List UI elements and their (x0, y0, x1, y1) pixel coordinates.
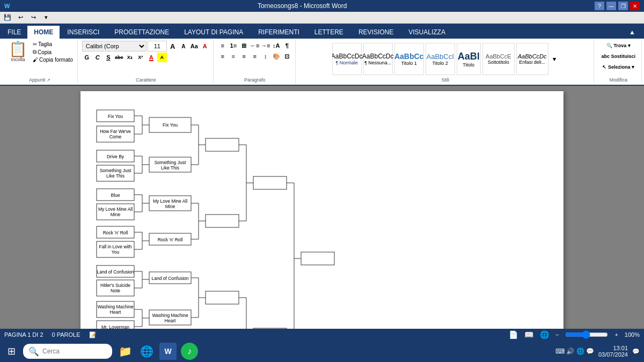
tab-progettazione[interactable]: PROGETTAZIONE (107, 26, 177, 39)
customize-qt-button[interactable]: ▾ (41, 13, 52, 23)
shading-button[interactable]: 🎨 (272, 51, 281, 61)
tab-riferimenti[interactable]: RIFERIMENTI (251, 26, 307, 39)
help-button[interactable]: ? (595, 2, 604, 10)
zoom-in-button[interactable]: + (614, 331, 618, 338)
clear-format-button[interactable]: A (200, 41, 210, 51)
svg-text:Like This: Like This (106, 173, 125, 179)
view-web-icon[interactable]: 🌐 (540, 330, 549, 339)
spotify-icon[interactable]: ♪ (181, 343, 198, 360)
clock-time: 13:01 (598, 345, 628, 351)
taskbar-search-input[interactable] (42, 348, 107, 355)
svg-text:Washing Machine: Washing Machine (152, 313, 188, 318)
font-color-button[interactable]: A (147, 53, 156, 62)
clipboard-group: 📋 Incolla ✂Taglia ⧉Copia 🖌Copia formato … (2, 40, 78, 84)
cut-button[interactable]: ✂Taglia (32, 41, 74, 48)
subscript-button[interactable]: X₂ (125, 53, 135, 62)
redo-button[interactable]: ↪ (28, 13, 39, 23)
font-size-input[interactable] (148, 41, 167, 51)
style-sottotitolo[interactable]: AaBbCcE Sottotitolo (482, 43, 515, 75)
style-titolo[interactable]: AaBl Titolo (457, 43, 481, 75)
tab-home[interactable]: HOME (27, 26, 60, 39)
superscript-button[interactable]: X² (136, 53, 145, 62)
svg-rect-125 (301, 252, 334, 265)
taskbar-search[interactable]: 🔍 (23, 344, 112, 359)
format-painter-button[interactable]: 🖌Copia formato (32, 56, 74, 63)
copy-button[interactable]: ⧉Copia (32, 48, 74, 56)
replace-button[interactable]: abc Sostituisci (598, 51, 638, 61)
font-grow-button[interactable]: A (168, 41, 178, 51)
svg-text:Heart: Heart (165, 318, 176, 323)
minimize-button[interactable]: — (606, 2, 616, 10)
line-spacing-button[interactable]: ↕ (261, 51, 270, 61)
ribbon: 📋 Incolla ✂Taglia ⧉Copia 🖌Copia formato … (0, 39, 644, 86)
tab-file[interactable]: FILE (1, 26, 27, 39)
word-icon: W (4, 3, 10, 9)
align-left-button[interactable]: ≡ (218, 51, 228, 61)
svg-text:Mine: Mine (165, 204, 175, 209)
underline-button[interactable]: S (104, 53, 113, 62)
bold-button[interactable]: G (82, 53, 92, 62)
align-center-button[interactable]: ≡ (229, 51, 238, 61)
svg-text:Rock 'n' Roll: Rock 'n' Roll (158, 237, 183, 242)
document-page[interactable]: Fix You How Far We've Come Drive By Some… (80, 91, 564, 329)
style-nessuna[interactable]: AaBbCcDc ¶ Nessuna... (363, 43, 393, 75)
paragraph-group: ≡ 1≡ ⊞ ←≡ →≡ ↕A ¶ ≡ ≡ ≡ ≡ ↕ 🎨 ⊡ Paragraf… (215, 40, 296, 84)
view-normal-icon[interactable]: 📄 (509, 330, 518, 339)
zoom-out-button[interactable]: − (555, 331, 559, 338)
indent-increase-button[interactable]: →≡ (261, 41, 270, 50)
clock-date: 03/07/2024 (598, 351, 628, 358)
save-quick-button[interactable]: 💾 (2, 13, 13, 23)
word-taskbar-icon[interactable]: W (159, 343, 177, 360)
tab-visualizza[interactable]: VISUALIZZA (401, 26, 453, 39)
view-reading-icon[interactable]: 📖 (524, 330, 533, 339)
multilevel-button[interactable]: ⊞ (239, 41, 249, 50)
styles-scroll-down[interactable]: ▾ (550, 43, 559, 75)
italic-button[interactable]: C (93, 53, 103, 62)
tab-inserisci[interactable]: INSERISCI (60, 26, 107, 39)
borders-button[interactable]: ⊡ (282, 51, 292, 61)
file-explorer-icon[interactable]: 📁 (116, 343, 134, 360)
proofing-icon[interactable]: 📝 (89, 331, 97, 338)
close-button[interactable]: ✕ (630, 2, 640, 10)
chrome-icon[interactable]: 🌐 (138, 343, 155, 360)
svg-text:Land of Confusion: Land of Confusion (152, 276, 189, 281)
style-titolo2[interactable]: AaBbCcI Titolo 2 (426, 43, 455, 75)
select-button[interactable]: ↖ Seleziona ▾ (599, 62, 637, 72)
font-shrink-button[interactable]: A (179, 41, 188, 51)
zoom-level: 100% (625, 331, 640, 338)
quick-access-toolbar: 💾 ↩ ↪ ▾ (0, 12, 644, 24)
style-normale[interactable]: AaBbCcDc ¶ Normale (332, 43, 362, 75)
font-family-select[interactable]: Calibri (Corp (82, 41, 147, 51)
strikethrough-button[interactable]: abc (114, 53, 124, 62)
taskbar: ⊞ 🔍 📁 🌐 W ♪ ⌨ 🔊 🌐 💬 13:01 03/07/2024 💬 (0, 341, 644, 362)
zoom-slider[interactable] (565, 330, 608, 339)
sort-button[interactable]: ↕A (272, 41, 281, 50)
start-button[interactable]: ⊞ (4, 345, 19, 357)
paste-button[interactable]: 📋 Incolla (5, 41, 31, 77)
tab-layout[interactable]: LAYOUT DI PAGINA (177, 26, 251, 39)
tray-icons: ⌨ 🔊 🌐 💬 (555, 348, 594, 355)
align-right-button[interactable]: ≡ (239, 51, 249, 61)
svg-text:Mine: Mine (111, 212, 121, 217)
indent-decrease-button[interactable]: ←≡ (250, 41, 260, 50)
undo-button[interactable]: ↩ (15, 13, 26, 23)
notification-icon[interactable]: 💬 (632, 348, 640, 355)
style-enfasi[interactable]: AaBbCcDc Enfasi deli... (516, 43, 548, 75)
tab-revisione[interactable]: REVISIONE (351, 26, 401, 39)
ribbon-tabs: FILE HOME INSERISCI PROGETTAZIONE LAYOUT… (0, 24, 644, 39)
status-bar: PAGINA 1 DI 2 0 PAROLE 📝 📄 📖 🌐 − + 100% (0, 329, 644, 341)
bullets-button[interactable]: ≡ (218, 41, 228, 50)
find-button[interactable]: 🔍 Trova ▾ (604, 41, 633, 50)
maximize-button[interactable]: ❐ (618, 2, 628, 10)
highlight-button[interactable]: A (157, 53, 167, 62)
ribbon-collapse-button[interactable]: ▲ (621, 26, 643, 39)
window-controls: ? — ❐ ✕ (595, 2, 640, 10)
show-formatting-button[interactable]: ¶ (282, 41, 292, 50)
style-titolo1[interactable]: AaBbCc Titolo 1 (394, 43, 424, 75)
change-case-button[interactable]: Aa (189, 41, 199, 51)
tab-lettere[interactable]: LETTERE (307, 26, 351, 39)
numbering-button[interactable]: 1≡ (229, 41, 238, 50)
justify-button[interactable]: ≡ (250, 51, 260, 61)
status-right: 📄 📖 🌐 − + 100% (509, 330, 640, 339)
svg-rect-119 (253, 176, 287, 189)
